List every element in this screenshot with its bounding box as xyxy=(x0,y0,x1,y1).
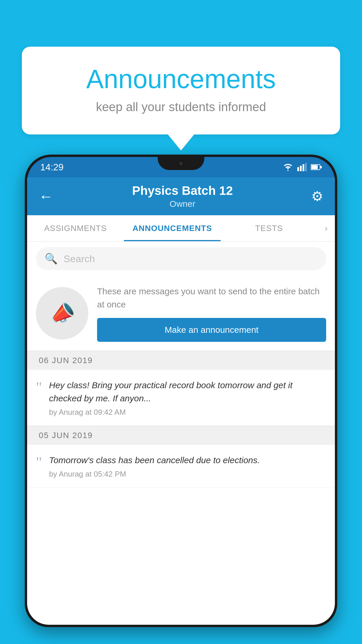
tab-tests[interactable]: TESTS xyxy=(221,215,317,241)
notch xyxy=(158,157,204,170)
svg-rect-1 xyxy=(300,166,302,171)
search-bar[interactable]: 🔍 Search xyxy=(36,247,326,270)
make-announcement-button[interactable]: Make an announcement xyxy=(97,318,326,342)
promo-icon-circle: 📣 xyxy=(36,287,88,340)
app-bar-title-block: Physics Batch 12 Owner xyxy=(59,184,306,209)
front-camera xyxy=(178,160,184,167)
settings-button[interactable]: ⚙ xyxy=(311,188,323,204)
search-icon: 🔍 xyxy=(45,253,58,265)
svg-rect-6 xyxy=(320,166,322,168)
speech-bubble-arrow xyxy=(168,134,194,150)
megaphone-icon: 📣 xyxy=(47,298,77,328)
announcement-content-2: Tomorrow's class has been cancelled due … xyxy=(49,454,326,479)
announcement-meta-2: by Anurag at 05:42 PM xyxy=(49,470,326,479)
speech-bubble-card: Announcements keep all your students inf… xyxy=(22,47,340,134)
announcement-text-2: Tomorrow's class has been cancelled due … xyxy=(49,454,326,467)
svg-rect-5 xyxy=(311,165,318,169)
batch-role: Owner xyxy=(59,199,306,209)
announcement-meta-1: by Anurag at 09:42 AM xyxy=(49,408,326,417)
search-placeholder: Search xyxy=(64,253,95,265)
signal-icon xyxy=(297,163,307,171)
batch-name: Physics Batch 12 xyxy=(59,184,306,198)
announcement-promo: 📣 These are messages you want to send to… xyxy=(27,276,335,351)
battery-icon xyxy=(311,164,322,170)
speech-bubble-title: Announcements xyxy=(45,64,317,94)
announcement-text-1: Hey class! Bring your practical record b… xyxy=(49,379,326,405)
tab-announcements[interactable]: ANNOUNCEMENTS xyxy=(124,215,221,241)
announcement-item-2[interactable]: " Tomorrow's class has been cancelled du… xyxy=(27,445,335,488)
status-icons xyxy=(283,163,322,171)
svg-rect-0 xyxy=(297,167,299,171)
promo-description: These are messages you want to send to t… xyxy=(97,285,326,311)
date-separator-2: 05 JUN 2019 xyxy=(27,426,335,445)
back-button[interactable]: ← xyxy=(39,188,53,205)
promo-text-block: These are messages you want to send to t… xyxy=(97,285,326,342)
tab-bar: ASSIGNMENTS ANNOUNCEMENTS TESTS › xyxy=(27,215,335,242)
quote-icon-2: " xyxy=(36,455,42,470)
svg-rect-3 xyxy=(305,163,307,171)
svg-rect-2 xyxy=(303,164,304,171)
status-time: 14:29 xyxy=(40,162,64,173)
quote-icon-1: " xyxy=(36,380,42,395)
tab-assignments[interactable]: ASSIGNMENTS xyxy=(27,215,124,241)
speech-bubble-subtitle: keep all your students informed xyxy=(45,100,317,114)
announcement-item-1[interactable]: " Hey class! Bring your practical record… xyxy=(27,370,335,426)
date-separator-1: 06 JUN 2019 xyxy=(27,351,335,370)
speech-bubble-section: Announcements keep all your students inf… xyxy=(22,47,340,150)
app-bar: ← Physics Batch 12 Owner ⚙ xyxy=(27,177,335,215)
phone-wrapper: 14:29 xyxy=(25,155,337,644)
phone-screen: ← Physics Batch 12 Owner ⚙ ASSIGNMENTS A… xyxy=(27,177,335,625)
wifi-icon xyxy=(283,163,293,171)
announcement-content-1: Hey class! Bring your practical record b… xyxy=(49,379,326,417)
tab-more[interactable]: › xyxy=(317,215,335,241)
phone-inner: 14:29 xyxy=(27,157,335,625)
search-container: 🔍 Search xyxy=(27,242,335,276)
phone-frame: 14:29 xyxy=(25,155,337,627)
